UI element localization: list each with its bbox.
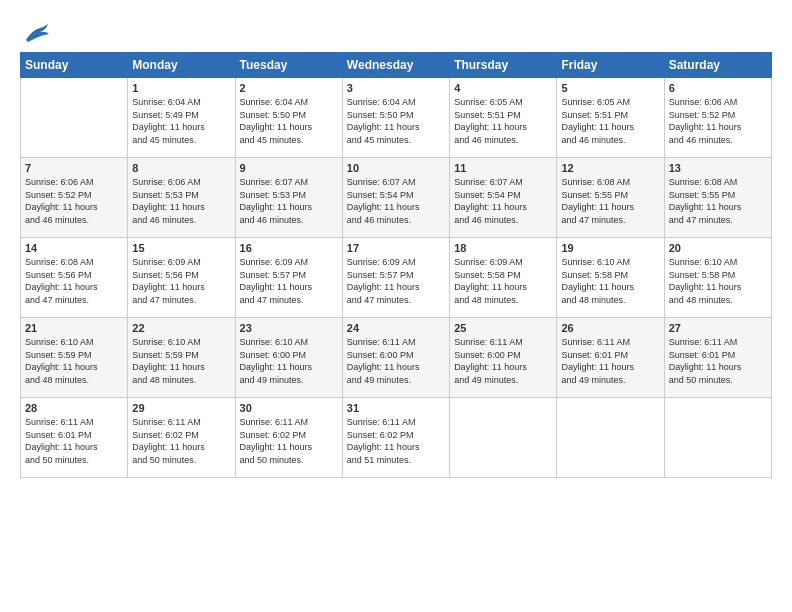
day-cell: 21Sunrise: 6:10 AM Sunset: 5:59 PM Dayli…: [21, 318, 128, 398]
day-cell: 1Sunrise: 6:04 AM Sunset: 5:49 PM Daylig…: [128, 78, 235, 158]
day-info: Sunrise: 6:07 AM Sunset: 5:54 PM Dayligh…: [347, 176, 445, 226]
day-number: 16: [240, 242, 338, 254]
day-cell: 7Sunrise: 6:06 AM Sunset: 5:52 PM Daylig…: [21, 158, 128, 238]
day-number: 24: [347, 322, 445, 334]
day-number: 4: [454, 82, 552, 94]
header-day-thursday: Thursday: [450, 53, 557, 78]
day-number: 10: [347, 162, 445, 174]
header: [20, 18, 772, 44]
day-info: Sunrise: 6:10 AM Sunset: 5:59 PM Dayligh…: [25, 336, 123, 386]
day-number: 8: [132, 162, 230, 174]
day-cell: [664, 398, 771, 478]
day-number: 15: [132, 242, 230, 254]
day-number: 7: [25, 162, 123, 174]
day-cell: 12Sunrise: 6:08 AM Sunset: 5:55 PM Dayli…: [557, 158, 664, 238]
day-number: 9: [240, 162, 338, 174]
day-info: Sunrise: 6:11 AM Sunset: 6:01 PM Dayligh…: [25, 416, 123, 466]
header-day-monday: Monday: [128, 53, 235, 78]
day-cell: 3Sunrise: 6:04 AM Sunset: 5:50 PM Daylig…: [342, 78, 449, 158]
week-row-2: 7Sunrise: 6:06 AM Sunset: 5:52 PM Daylig…: [21, 158, 772, 238]
day-number: 1: [132, 82, 230, 94]
day-info: Sunrise: 6:09 AM Sunset: 5:56 PM Dayligh…: [132, 256, 230, 306]
day-cell: [21, 78, 128, 158]
day-info: Sunrise: 6:06 AM Sunset: 5:53 PM Dayligh…: [132, 176, 230, 226]
day-info: Sunrise: 6:08 AM Sunset: 5:56 PM Dayligh…: [25, 256, 123, 306]
day-cell: 27Sunrise: 6:11 AM Sunset: 6:01 PM Dayli…: [664, 318, 771, 398]
day-number: 6: [669, 82, 767, 94]
day-number: 31: [347, 402, 445, 414]
header-row: SundayMondayTuesdayWednesdayThursdayFrid…: [21, 53, 772, 78]
day-number: 26: [561, 322, 659, 334]
day-cell: 22Sunrise: 6:10 AM Sunset: 5:59 PM Dayli…: [128, 318, 235, 398]
day-cell: 31Sunrise: 6:11 AM Sunset: 6:02 PM Dayli…: [342, 398, 449, 478]
day-info: Sunrise: 6:09 AM Sunset: 5:57 PM Dayligh…: [347, 256, 445, 306]
day-cell: 13Sunrise: 6:08 AM Sunset: 5:55 PM Dayli…: [664, 158, 771, 238]
day-number: 17: [347, 242, 445, 254]
day-cell: 28Sunrise: 6:11 AM Sunset: 6:01 PM Dayli…: [21, 398, 128, 478]
day-info: Sunrise: 6:09 AM Sunset: 5:58 PM Dayligh…: [454, 256, 552, 306]
day-cell: 19Sunrise: 6:10 AM Sunset: 5:58 PM Dayli…: [557, 238, 664, 318]
header-day-tuesday: Tuesday: [235, 53, 342, 78]
day-number: 27: [669, 322, 767, 334]
day-info: Sunrise: 6:04 AM Sunset: 5:50 PM Dayligh…: [347, 96, 445, 146]
day-cell: 26Sunrise: 6:11 AM Sunset: 6:01 PM Dayli…: [557, 318, 664, 398]
day-info: Sunrise: 6:06 AM Sunset: 5:52 PM Dayligh…: [669, 96, 767, 146]
day-cell: 25Sunrise: 6:11 AM Sunset: 6:00 PM Dayli…: [450, 318, 557, 398]
day-cell: 18Sunrise: 6:09 AM Sunset: 5:58 PM Dayli…: [450, 238, 557, 318]
day-info: Sunrise: 6:11 AM Sunset: 6:00 PM Dayligh…: [347, 336, 445, 386]
header-day-wednesday: Wednesday: [342, 53, 449, 78]
day-cell: 29Sunrise: 6:11 AM Sunset: 6:02 PM Dayli…: [128, 398, 235, 478]
page: SundayMondayTuesdayWednesdayThursdayFrid…: [0, 0, 792, 488]
day-cell: 23Sunrise: 6:10 AM Sunset: 6:00 PM Dayli…: [235, 318, 342, 398]
day-number: 13: [669, 162, 767, 174]
day-number: 25: [454, 322, 552, 334]
day-number: 22: [132, 322, 230, 334]
day-number: 5: [561, 82, 659, 94]
calendar-table: SundayMondayTuesdayWednesdayThursdayFrid…: [20, 52, 772, 478]
day-number: 11: [454, 162, 552, 174]
day-cell: 24Sunrise: 6:11 AM Sunset: 6:00 PM Dayli…: [342, 318, 449, 398]
header-day-sunday: Sunday: [21, 53, 128, 78]
day-cell: 16Sunrise: 6:09 AM Sunset: 5:57 PM Dayli…: [235, 238, 342, 318]
day-info: Sunrise: 6:10 AM Sunset: 5:58 PM Dayligh…: [669, 256, 767, 306]
day-number: 29: [132, 402, 230, 414]
header-day-friday: Friday: [557, 53, 664, 78]
day-info: Sunrise: 6:11 AM Sunset: 6:01 PM Dayligh…: [669, 336, 767, 386]
day-number: 18: [454, 242, 552, 254]
day-info: Sunrise: 6:11 AM Sunset: 6:01 PM Dayligh…: [561, 336, 659, 386]
day-number: 12: [561, 162, 659, 174]
day-info: Sunrise: 6:07 AM Sunset: 5:53 PM Dayligh…: [240, 176, 338, 226]
day-cell: 9Sunrise: 6:07 AM Sunset: 5:53 PM Daylig…: [235, 158, 342, 238]
day-cell: 20Sunrise: 6:10 AM Sunset: 5:58 PM Dayli…: [664, 238, 771, 318]
day-number: 20: [669, 242, 767, 254]
day-cell: 11Sunrise: 6:07 AM Sunset: 5:54 PM Dayli…: [450, 158, 557, 238]
day-cell: 30Sunrise: 6:11 AM Sunset: 6:02 PM Dayli…: [235, 398, 342, 478]
day-number: 2: [240, 82, 338, 94]
week-row-5: 28Sunrise: 6:11 AM Sunset: 6:01 PM Dayli…: [21, 398, 772, 478]
day-cell: 5Sunrise: 6:05 AM Sunset: 5:51 PM Daylig…: [557, 78, 664, 158]
day-info: Sunrise: 6:07 AM Sunset: 5:54 PM Dayligh…: [454, 176, 552, 226]
day-info: Sunrise: 6:04 AM Sunset: 5:49 PM Dayligh…: [132, 96, 230, 146]
day-info: Sunrise: 6:04 AM Sunset: 5:50 PM Dayligh…: [240, 96, 338, 146]
day-cell: [450, 398, 557, 478]
day-info: Sunrise: 6:08 AM Sunset: 5:55 PM Dayligh…: [669, 176, 767, 226]
day-cell: [557, 398, 664, 478]
day-info: Sunrise: 6:06 AM Sunset: 5:52 PM Dayligh…: [25, 176, 123, 226]
day-number: 23: [240, 322, 338, 334]
day-info: Sunrise: 6:10 AM Sunset: 5:58 PM Dayligh…: [561, 256, 659, 306]
day-cell: 14Sunrise: 6:08 AM Sunset: 5:56 PM Dayli…: [21, 238, 128, 318]
day-info: Sunrise: 6:10 AM Sunset: 6:00 PM Dayligh…: [240, 336, 338, 386]
day-info: Sunrise: 6:11 AM Sunset: 6:02 PM Dayligh…: [347, 416, 445, 466]
week-row-4: 21Sunrise: 6:10 AM Sunset: 5:59 PM Dayli…: [21, 318, 772, 398]
day-number: 14: [25, 242, 123, 254]
day-info: Sunrise: 6:08 AM Sunset: 5:55 PM Dayligh…: [561, 176, 659, 226]
day-cell: 6Sunrise: 6:06 AM Sunset: 5:52 PM Daylig…: [664, 78, 771, 158]
week-row-3: 14Sunrise: 6:08 AM Sunset: 5:56 PM Dayli…: [21, 238, 772, 318]
day-cell: 8Sunrise: 6:06 AM Sunset: 5:53 PM Daylig…: [128, 158, 235, 238]
day-cell: 17Sunrise: 6:09 AM Sunset: 5:57 PM Dayli…: [342, 238, 449, 318]
day-number: 3: [347, 82, 445, 94]
day-number: 19: [561, 242, 659, 254]
day-info: Sunrise: 6:05 AM Sunset: 5:51 PM Dayligh…: [561, 96, 659, 146]
day-cell: 10Sunrise: 6:07 AM Sunset: 5:54 PM Dayli…: [342, 158, 449, 238]
day-info: Sunrise: 6:11 AM Sunset: 6:02 PM Dayligh…: [132, 416, 230, 466]
